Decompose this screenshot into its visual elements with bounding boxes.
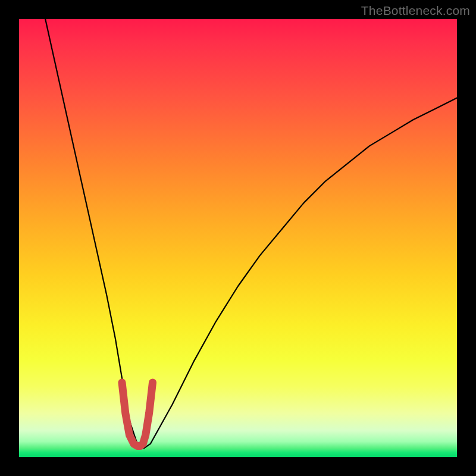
watermark-text: TheBottleneck.com <box>361 4 470 18</box>
chart-svg <box>19 19 457 457</box>
plot-area <box>19 19 457 457</box>
bottleneck-curve-path <box>45 19 457 448</box>
optimal-marker-path <box>122 383 153 446</box>
chart-frame: TheBottleneck.com <box>0 0 476 476</box>
